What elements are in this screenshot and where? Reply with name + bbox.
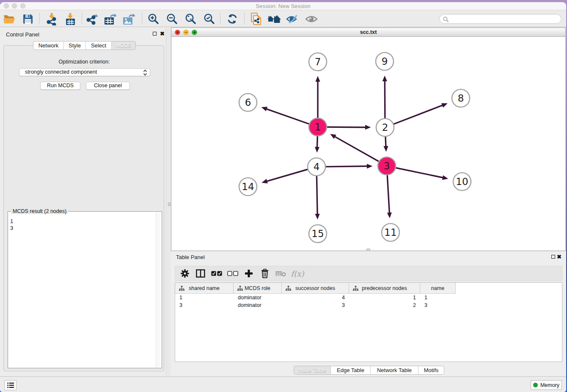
table-header-row: shared nameMCDS rolesuccessor nodesprede… bbox=[175, 283, 456, 294]
control-panel-float-icon[interactable] bbox=[153, 32, 157, 36]
optimization-criterion-label: Optimization criterion: bbox=[4, 59, 165, 65]
search-input[interactable] bbox=[439, 14, 561, 24]
select-all-icon[interactable] bbox=[209, 266, 224, 281]
run-mcds-button[interactable]: Run MCDS bbox=[40, 82, 80, 90]
apply-layout-icon[interactable] bbox=[225, 11, 240, 27]
graph-node-10[interactable]: 10 bbox=[453, 173, 471, 190]
table-settings-icon[interactable] bbox=[178, 266, 192, 281]
control-panel-close-icon[interactable]: ✖ bbox=[160, 32, 165, 36]
delete-table-icon[interactable] bbox=[273, 266, 288, 281]
mcds-tab-content: Optimization criterion: strongly connect… bbox=[3, 45, 164, 371]
column-header-label: name bbox=[431, 285, 444, 291]
table-toolbar: f(x) bbox=[175, 266, 562, 281]
panel-splitter-vertical[interactable] bbox=[166, 28, 171, 376]
graph-node-7[interactable]: 7 bbox=[309, 53, 327, 71]
deselect-all-icon[interactable] bbox=[226, 266, 240, 281]
export-image-icon[interactable] bbox=[121, 11, 137, 27]
tab-motifs[interactable]: Motifs bbox=[418, 366, 444, 375]
graph-edge-arrowhead bbox=[383, 75, 387, 81]
tab-network-table[interactable]: Network Table bbox=[371, 366, 418, 375]
tab-style[interactable]: Style bbox=[64, 41, 86, 50]
tab-network[interactable]: Network bbox=[33, 41, 64, 50]
graph-node-label: 6 bbox=[245, 97, 251, 108]
graph-node-label: 1 bbox=[315, 121, 321, 133]
table-cell[interactable]: 2 bbox=[349, 301, 420, 309]
graph-node-11[interactable]: 11 bbox=[382, 224, 399, 241]
mcds-result-item[interactable]: 1 bbox=[10, 218, 13, 225]
mcds-result-list[interactable]: 13 bbox=[10, 218, 13, 232]
export-network-icon[interactable] bbox=[85, 11, 100, 27]
graph-node-15[interactable]: 15 bbox=[309, 225, 327, 243]
show-all-icon[interactable] bbox=[304, 11, 319, 27]
task-history-button[interactable] bbox=[4, 380, 17, 390]
graph-node-1[interactable]: 1 bbox=[309, 118, 327, 136]
app-window: Session: New Session bbox=[0, 2, 566, 392]
tab-node-table[interactable]: Node Table bbox=[294, 366, 331, 375]
graph-edge-arrowhead bbox=[367, 164, 373, 168]
column-header-successor-nodes[interactable]: successor nodes bbox=[282, 283, 349, 294]
graph-node-4[interactable]: 4 bbox=[308, 158, 325, 176]
table-cell[interactable]: 3 bbox=[175, 301, 234, 309]
column-header-predecessor-nodes[interactable]: predecessor nodes bbox=[349, 283, 420, 294]
table-panel-close-icon[interactable]: ✖ bbox=[557, 255, 561, 259]
zoom-in-icon[interactable] bbox=[146, 11, 161, 27]
hide-selected-icon[interactable] bbox=[285, 11, 300, 27]
tab-select[interactable]: Select bbox=[86, 41, 112, 50]
import-network-icon[interactable] bbox=[44, 11, 59, 27]
graph-node-label: 3 bbox=[384, 160, 390, 171]
table-cell[interactable]: 3 bbox=[420, 301, 456, 309]
graph-edge-arrowhead bbox=[315, 214, 320, 220]
table-cell[interactable]: 1 bbox=[420, 294, 456, 301]
table-cell[interactable]: 3 bbox=[282, 301, 349, 309]
column-header-MCDS-role[interactable]: MCDS role bbox=[234, 283, 282, 294]
table-cell[interactable]: dominator bbox=[234, 301, 282, 309]
column-header-shared-name[interactable]: shared name bbox=[175, 283, 234, 294]
memory-button[interactable]: Memory bbox=[531, 380, 562, 390]
table-panel-float-icon[interactable] bbox=[551, 255, 555, 259]
reset-view-icon[interactable] bbox=[267, 11, 282, 27]
add-column-icon[interactable] bbox=[242, 266, 256, 281]
import-table-icon[interactable] bbox=[63, 11, 78, 27]
graph-edge-arrowhead bbox=[315, 147, 319, 153]
graph-node-3[interactable]: 3 bbox=[378, 157, 396, 175]
toolbar-separator bbox=[39, 13, 40, 24]
open-session-icon[interactable] bbox=[2, 11, 17, 27]
graph-node-9[interactable]: 9 bbox=[376, 52, 394, 70]
graph-node-8[interactable]: 8 bbox=[452, 89, 470, 107]
table-cell[interactable]: dominator bbox=[234, 294, 282, 301]
mcds-result-scrollbar[interactable] bbox=[156, 212, 160, 367]
criterion-select[interactable]: strongly connected component bbox=[19, 68, 150, 76]
table-cell[interactable]: 1 bbox=[175, 294, 234, 301]
table-row[interactable]: 3dominator323 bbox=[175, 301, 562, 309]
function-builder-icon[interactable]: f(x) bbox=[289, 266, 306, 281]
table-row[interactable]: 1dominator411 bbox=[175, 294, 562, 301]
graph-edge-arrowhead bbox=[315, 76, 320, 82]
graph-node-label: 15 bbox=[311, 228, 324, 239]
mcds-result-title: MCDS result (2 nodes) bbox=[11, 208, 68, 214]
mcds-result-item[interactable]: 3 bbox=[10, 225, 13, 232]
graph-node-label: 11 bbox=[384, 227, 396, 238]
graph-node-6[interactable]: 6 bbox=[239, 94, 257, 111]
graph-node-14[interactable]: 14 bbox=[239, 178, 257, 196]
status-bar: Memory bbox=[0, 376, 566, 392]
close-panel-button[interactable]: Close panel bbox=[86, 82, 130, 90]
zoom-out-icon[interactable] bbox=[164, 11, 179, 27]
table-panel: Table Panel ✖ bbox=[171, 251, 566, 376]
graph-node-label: 9 bbox=[382, 56, 388, 67]
column-layout-icon[interactable] bbox=[193, 266, 208, 281]
delete-column-icon[interactable] bbox=[258, 266, 272, 281]
desktop: Session: New Session bbox=[0, 0, 567, 392]
table-cell[interactable]: 1 bbox=[349, 294, 420, 301]
splitter-handle[interactable] bbox=[168, 202, 171, 206]
export-table-icon[interactable] bbox=[103, 11, 118, 27]
column-header-name[interactable]: name bbox=[420, 283, 456, 294]
network-manager-icon[interactable] bbox=[248, 11, 264, 27]
table-cell[interactable]: 4 bbox=[282, 294, 349, 301]
zoom-selected-icon[interactable] bbox=[201, 11, 217, 27]
tab-mcds[interactable]: MCDS bbox=[112, 41, 136, 50]
network-canvas[interactable]: 1234678910111415 bbox=[171, 37, 565, 251]
tab-edge-table[interactable]: Edge Table bbox=[331, 366, 371, 375]
graph-node-2[interactable]: 2 bbox=[376, 119, 394, 136]
save-session-icon[interactable] bbox=[20, 11, 36, 27]
zoom-fit-icon[interactable] bbox=[183, 11, 198, 27]
